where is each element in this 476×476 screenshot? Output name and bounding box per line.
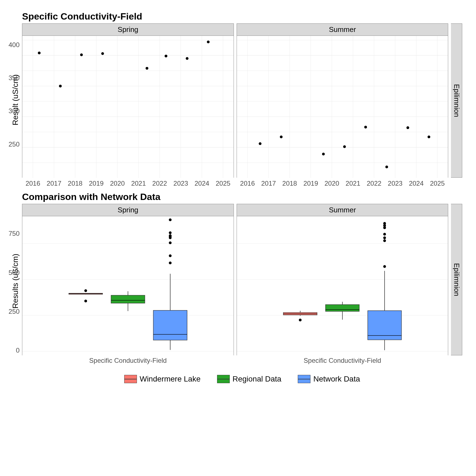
svg-point-87: [169, 218, 172, 221]
svg-point-105: [383, 265, 386, 268]
facet-strip-spring-b: Spring: [22, 204, 234, 216]
svg-point-85: [169, 234, 172, 237]
chart-title-top: Specific Conductivity-Field: [22, 11, 462, 22]
facet-strip-epilimnion-top: Epilimnion: [451, 23, 462, 178]
svg-point-106: [383, 239, 386, 242]
svg-rect-74: [111, 295, 145, 303]
svg-point-56: [322, 153, 325, 155]
svg-point-108: [383, 233, 386, 236]
svg-point-107: [383, 236, 386, 239]
svg-point-61: [428, 136, 430, 138]
svg-point-27: [146, 67, 148, 70]
svg-point-26: [101, 52, 104, 55]
svg-point-96: [299, 319, 302, 321]
svg-rect-99: [326, 305, 359, 312]
svg-point-57: [343, 145, 346, 148]
facet-strip-summer: Summer: [237, 24, 448, 36]
legend-item-windermere: Windermere Lake: [124, 375, 201, 383]
legend: Windermere Lake Regional Data Network Da…: [22, 375, 462, 383]
svg-point-28: [165, 55, 167, 57]
svg-rect-78: [153, 310, 187, 340]
svg-point-24: [59, 85, 62, 87]
svg-point-111: [383, 222, 386, 225]
svg-point-29: [186, 57, 188, 60]
svg-point-86: [169, 231, 172, 234]
facet-strip-spring: Spring: [22, 24, 234, 36]
panel-summer-bot: Summer Specific Conductivity-Field: [237, 204, 448, 355]
svg-point-71: [84, 289, 87, 292]
svg-point-82: [169, 242, 172, 244]
svg-point-25: [80, 53, 83, 56]
x-category-label: Specific Conductivity-Field: [89, 357, 167, 364]
facet-strip-epilimnion-bot: Epilimnion: [451, 204, 462, 355]
svg-point-81: [169, 254, 172, 257]
svg-point-70: [84, 300, 87, 302]
chart-title-bottom: Comparison with Network Data: [22, 191, 462, 202]
legend-item-network: Network Data: [298, 375, 360, 383]
panel-spring-top: Spring 201620172018201920202021202220232…: [22, 23, 234, 178]
facet-strip-summer-b: Summer: [237, 204, 448, 216]
svg-point-54: [259, 142, 261, 145]
svg-point-23: [38, 52, 40, 54]
svg-point-30: [207, 40, 210, 43]
svg-point-59: [385, 166, 388, 168]
svg-point-80: [169, 262, 172, 264]
panel-summer-top: Summer 201620172018201920202021202220232…: [237, 23, 448, 178]
svg-point-55: [280, 136, 283, 138]
y-axis-label-top: Result (uS/cm): [11, 74, 20, 125]
x-category-label: Specific Conductivity-Field: [304, 357, 381, 364]
legend-item-regional: Regional Data: [217, 375, 281, 383]
svg-point-58: [364, 126, 367, 128]
y-axis-label-bottom: Results (uS/cm): [11, 254, 20, 309]
svg-point-60: [406, 126, 409, 129]
panel-spring-bot: Spring Specific Conductivity-Field 02505…: [22, 204, 234, 355]
